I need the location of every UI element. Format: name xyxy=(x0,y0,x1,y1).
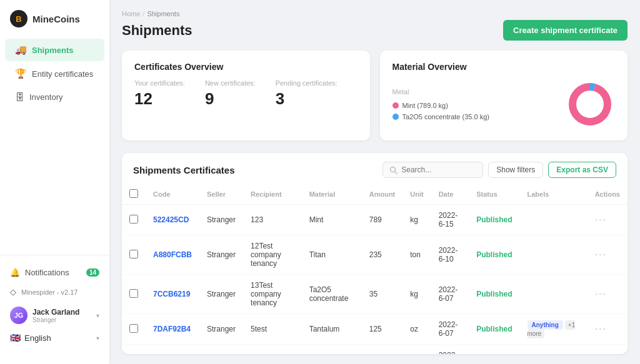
labels-cell: Anything+1 more xyxy=(520,314,588,345)
minespider-icon: ◇ xyxy=(10,287,16,297)
donut-chart xyxy=(565,79,615,129)
app-name: MineCoins xyxy=(32,14,80,24)
recipient-cell: 5test xyxy=(243,314,302,345)
actions-cell[interactable]: ··· xyxy=(588,275,628,314)
status-cell: Published xyxy=(469,235,519,275)
col-actions: Actions xyxy=(588,184,628,205)
sidebar-item-entity-certificates[interactable]: 🏆 Entity certificates xyxy=(5,62,104,85)
page-header: Shipments Create shipment certificate xyxy=(122,20,628,41)
new-certs-label: New certificates: xyxy=(205,79,256,87)
col-recipient: Recipient xyxy=(243,184,302,205)
status-badge: Published xyxy=(476,325,512,333)
col-date: Date xyxy=(431,184,469,205)
cert-stats: Your certificates: 12 New certificates: … xyxy=(134,79,358,109)
col-code: Code xyxy=(146,184,199,205)
seller-cell: Stranger xyxy=(199,275,243,314)
sidebar-bottom: 🔔 Notifications 14 ◇ Minespider - v2.17 … xyxy=(0,255,109,354)
sidebar-label-inventory: Inventory xyxy=(29,92,62,102)
language-item[interactable]: 🇬🇧 English ▾ xyxy=(5,329,104,347)
recipient-cell: 123 xyxy=(243,205,302,235)
label-tag: Anything xyxy=(528,320,563,330)
table-header: Shipments Certificates Show filters Expo… xyxy=(122,153,628,184)
sidebar-item-shipments[interactable]: 🚚 Shipments xyxy=(5,39,104,61)
language-label: English xyxy=(24,333,51,343)
show-filters-button[interactable]: Show filters xyxy=(488,162,543,178)
user-role: Stranger xyxy=(32,317,91,323)
user-name: Jack Garland xyxy=(32,308,91,317)
material-subtitle: Metal xyxy=(392,88,566,96)
legend-item-mint: Mint (789.0 kg) xyxy=(392,102,566,109)
ta2o5-label: Ta2O5 concentrate (35.0 kg) xyxy=(402,113,489,121)
export-csv-button[interactable]: Export as CSV xyxy=(548,162,616,178)
col-status: Status xyxy=(469,184,519,205)
code-cell[interactable]: A880FCBB xyxy=(146,235,199,275)
avatar: JG xyxy=(10,307,28,324)
code-cell[interactable]: 522425CD xyxy=(146,205,199,235)
seller-cell: Stranger xyxy=(199,205,243,235)
actions-menu-button[interactable]: ··· xyxy=(595,288,607,299)
create-shipment-button[interactable]: Create shipment certificate xyxy=(503,20,628,41)
sidebar-label-shipments: Shipments xyxy=(32,46,73,55)
nav-items: 🚚 Shipments 🏆 Entity certificates 🗄 Inve… xyxy=(0,37,109,250)
ta2o5-dot xyxy=(392,114,399,120)
actions-menu-button[interactable]: ··· xyxy=(595,323,607,334)
actions-menu-button[interactable]: ··· xyxy=(595,214,607,225)
select-all-checkbox[interactable] xyxy=(129,189,138,198)
code-cell[interactable]: 24DEB227 xyxy=(146,345,199,355)
table-wrap: Code Seller Recipient Material Amount Un… xyxy=(122,184,628,354)
mint-label: Mint (789.0 kg) xyxy=(402,102,448,109)
material-cell: Tin xyxy=(302,345,362,355)
notification-badge: 14 xyxy=(86,268,99,277)
inventory-icon: 🗄 xyxy=(15,92,24,102)
overview-row: Certificates Overview Your certificates:… xyxy=(122,51,628,140)
amount-cell: 125 xyxy=(362,314,403,345)
flag-icon: 🇬🇧 xyxy=(10,333,21,343)
amount-cell: 235 xyxy=(362,235,403,275)
actions-menu-button[interactable]: ··· xyxy=(595,249,607,260)
date-cell: 2022-6-07 xyxy=(431,314,469,345)
col-unit: Unit xyxy=(402,184,431,205)
notifications-item[interactable]: 🔔 Notifications 14 xyxy=(5,263,104,282)
user-info: Jack Garland Stranger xyxy=(32,308,91,323)
date-cell: 2022-6-10 xyxy=(431,235,469,275)
user-item[interactable]: JG Jack Garland Stranger ▾ xyxy=(5,302,104,329)
row-checkbox[interactable] xyxy=(129,250,138,258)
shipments-table-section: Shipments Certificates Show filters Expo… xyxy=(122,153,628,354)
col-material: Material xyxy=(302,184,362,205)
material-left: Metal Mint (789.0 kg) Ta2O5 concentrate … xyxy=(392,88,566,121)
material-cell: Mint xyxy=(302,205,362,235)
sidebar-label-entity-certificates: Entity certificates xyxy=(32,69,93,79)
code-cell[interactable]: 7CCB6219 xyxy=(146,275,199,314)
your-certs-stat: Your certificates: 12 xyxy=(134,79,185,109)
search-input[interactable] xyxy=(401,165,476,174)
mint-dot xyxy=(392,102,399,109)
actions-cell[interactable]: ··· xyxy=(588,314,628,345)
amount-cell: 789 xyxy=(362,205,403,235)
row-checkbox[interactable] xyxy=(129,215,138,224)
code-cell[interactable]: 7DAF92B4 xyxy=(146,314,199,345)
notifications-label: Notifications xyxy=(25,268,69,277)
table-row: 7DAF92B4 Stranger 5test Tantalum 125 oz … xyxy=(122,314,628,345)
search-box[interactable] xyxy=(382,162,483,178)
breadcrumb-home[interactable]: Home xyxy=(122,10,140,17)
row-checkbox[interactable] xyxy=(129,324,138,333)
material-overview-title: Material Overview xyxy=(392,62,616,72)
actions-cell[interactable]: ··· xyxy=(588,345,628,355)
app-logo: B MineCoins xyxy=(0,10,109,37)
certificates-overview-card: Certificates Overview Your certificates:… xyxy=(122,51,370,140)
actions-cell[interactable]: ··· xyxy=(588,235,628,275)
new-certs-stat: New certificates: 9 xyxy=(205,79,256,109)
main-content: Home / Shipments Shipments Create shipme… xyxy=(109,0,640,364)
status-cell: Published xyxy=(469,275,519,314)
labels-cell xyxy=(520,235,588,275)
cert-overview-title: Certificates Overview xyxy=(134,62,358,72)
pending-certs-stat: Pending certificates: 3 xyxy=(276,79,338,109)
seller-cell: Stranger xyxy=(199,345,243,355)
material-overview-card: Material Overview Metal Mint (789.0 kg) … xyxy=(380,51,628,140)
sidebar-item-inventory[interactable]: 🗄 Inventory xyxy=(5,86,104,108)
row-checkbox[interactable] xyxy=(129,289,138,298)
page-title: Shipments xyxy=(122,22,192,39)
actions-cell[interactable]: ··· xyxy=(588,205,628,235)
lang-chevron-icon: ▾ xyxy=(96,335,99,342)
material-inner: Metal Mint (789.0 kg) Ta2O5 concentrate … xyxy=(392,79,616,129)
